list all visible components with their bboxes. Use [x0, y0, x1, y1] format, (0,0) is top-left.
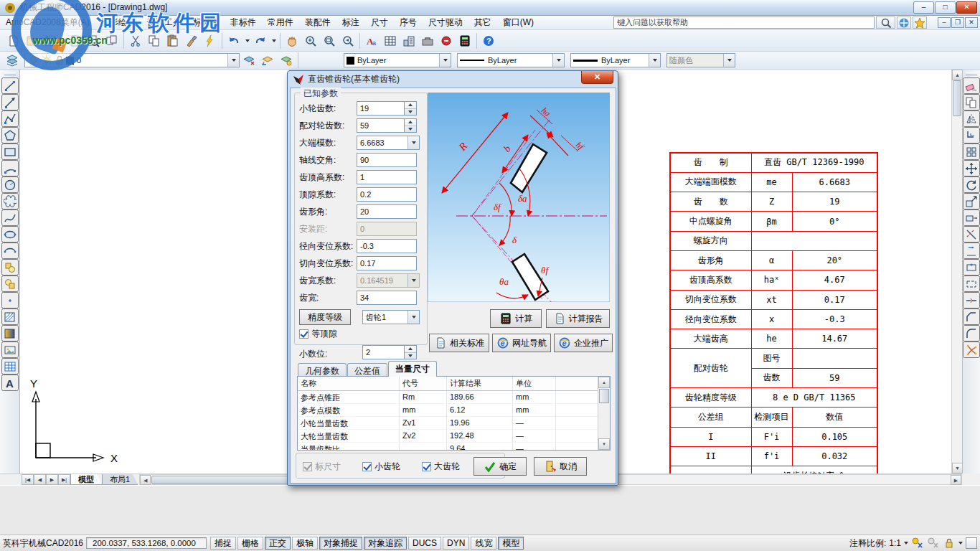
field-input[interactable]: 19 [357, 101, 405, 116]
scroll-left-arrow[interactable]: ◀ [140, 475, 151, 485]
result-scroll-thumb[interactable] [599, 389, 609, 403]
move-button[interactable] [963, 160, 980, 176]
toggle-DYN[interactable]: DYN [443, 537, 469, 550]
linetype-combo-arrow[interactable] [552, 54, 564, 67]
field-spinner[interactable] [405, 101, 417, 116]
scale-button[interactable] [963, 193, 980, 209]
cut-button[interactable] [126, 32, 145, 50]
menu-item-12[interactable]: 窗口(W) [497, 15, 540, 30]
tab-model[interactable]: 模型 [70, 474, 102, 485]
rotate-button[interactable] [963, 176, 980, 193]
annotation-scale-value[interactable]: 1:1 [889, 538, 901, 548]
gear-select-combo[interactable]: 齿轮1 [362, 310, 420, 324]
toggle-极轴[interactable]: 极轴 [292, 537, 318, 550]
create-block-button[interactable] [1, 276, 19, 292]
precision-grade-button[interactable]: 精度等级 [299, 309, 351, 325]
undo-button[interactable] [225, 32, 243, 50]
decimals-input[interactable]: 2 [362, 345, 405, 359]
field-input[interactable]: 90 [357, 153, 417, 167]
result-scroll-up[interactable]: ▲ [598, 377, 610, 388]
col-header-result[interactable]: 计算结果 [447, 377, 513, 390]
trim-button[interactable] [963, 226, 980, 242]
table-button[interactable] [1, 358, 19, 375]
result-scroll-down[interactable]: ▼ [598, 438, 610, 450]
lineweight-combo-arrow[interactable] [649, 54, 660, 67]
revision-cloud-button[interactable] [1, 193, 19, 209]
annotation-visibility-icon[interactable] [911, 537, 924, 550]
gradient-button[interactable] [1, 325, 19, 342]
result-row-2[interactable]: 小轮当量齿数Zv119.96— [298, 417, 610, 430]
maximize-button[interactable]: □ [935, 1, 956, 14]
menu-item-10[interactable]: 尺寸驱动 [423, 15, 468, 30]
line-button[interactable] [1, 77, 19, 94]
field-input[interactable]: -0.3 [357, 239, 417, 253]
scroll-right-arrow[interactable]: ▶ [951, 475, 961, 485]
toggle-捕捉[interactable]: 捕捉 [210, 537, 236, 550]
menu-item-9[interactable]: 序号 [394, 15, 423, 30]
redo-button[interactable] [251, 32, 270, 50]
toolbar-grip[interactable] [4, 72, 16, 75]
checkbox-大齿轮[interactable]: 大齿轮 [422, 461, 460, 473]
menu-item-5[interactable]: 常用件 [262, 15, 299, 30]
clean-screen-button[interactable] [966, 537, 977, 549]
result-row-4[interactable]: 当量齿数比9.64— [298, 443, 610, 451]
calc-report-button[interactable]: 计算报告 [546, 309, 610, 328]
color-combo-arrow[interactable] [439, 54, 451, 67]
ok-button[interactable]: 确定 [473, 457, 527, 476]
lineweight-combo[interactable]: ByLayer [570, 53, 661, 67]
toggle-DUCS[interactable]: DUCS [408, 537, 441, 550]
dropdown-arrow[interactable] [270, 32, 278, 50]
plot-preview-button[interactable] [84, 32, 103, 50]
result-table-scrollbar[interactable]: ▲ ▼ [598, 377, 610, 450]
result-row-1[interactable]: 参考点模数mm6.12mm [298, 404, 610, 417]
plot-button[interactable] [65, 32, 84, 50]
checkbox-小齿轮[interactable]: 小齿轮 [362, 461, 400, 473]
offset-button[interactable] [963, 127, 980, 143]
menu-item-0[interactable]: AutoCAD2008菜单(A) [0, 15, 95, 30]
cancel-button[interactable]: 取消 [534, 457, 587, 476]
prev-tab-button[interactable]: ◀ [34, 474, 46, 485]
layer-combo-arrow[interactable] [227, 54, 239, 67]
tab-几何参数[interactable]: 几何参数 [298, 363, 347, 377]
erase-button[interactable] [963, 77, 980, 94]
field-input[interactable]: 1 [357, 170, 417, 184]
mdi-close-button[interactable]: ✕ [965, 17, 978, 28]
web-nav-button[interactable]: e网址导航 [492, 334, 551, 352]
toolbar-lock-icon[interactable] [943, 537, 956, 550]
make-layer-current-button[interactable] [240, 51, 258, 70]
spline-button[interactable] [1, 209, 19, 226]
enterprise-promo-button[interactable]: e企业推广 [554, 334, 613, 352]
combo-arrow[interactable] [407, 136, 419, 149]
point-button[interactable] [1, 292, 19, 309]
scroll-down-arrow[interactable]: ▼ [952, 463, 963, 474]
vertical-scroll-thumb[interactable] [953, 80, 961, 116]
tab-当量尺寸[interactable]: 当量尺寸 [388, 361, 437, 377]
layer-states-button[interactable] [277, 51, 296, 70]
tab-layout1[interactable]: 布局1 [102, 474, 138, 485]
ellipse-arc-button[interactable] [1, 242, 19, 259]
new-file-button[interactable] [4, 32, 23, 50]
pan-button[interactable] [283, 32, 301, 50]
array-button[interactable] [963, 143, 980, 160]
polygon-button[interactable] [1, 127, 19, 143]
fillet-button[interactable] [963, 325, 980, 342]
publish-button[interactable] [103, 32, 121, 50]
chamfer-button[interactable] [963, 309, 980, 325]
insert-block-button[interactable] [1, 259, 19, 276]
field-input[interactable]: 6.6683 [357, 136, 420, 150]
circle-button[interactable] [1, 176, 19, 193]
layer-manager-button[interactable] [3, 51, 22, 70]
ray-button[interactable] [1, 94, 19, 110]
field-input[interactable]: 59 [357, 118, 405, 133]
lightning-button[interactable] [201, 32, 220, 50]
result-row-3[interactable]: 大轮当量齿数Zv2192.48— [298, 430, 610, 443]
next-tab-button[interactable]: ▶ [46, 474, 58, 485]
toggle-对象捕捉[interactable]: 对象捕捉 [319, 537, 362, 550]
col-header-symbol[interactable]: 代号 [400, 377, 447, 390]
checkbox-icon[interactable] [422, 462, 431, 471]
explode-button[interactable] [963, 342, 980, 358]
field-input[interactable]: 0.2 [357, 187, 417, 202]
equal-clearance-checkbox[interactable]: 等顶隙 [299, 328, 337, 340]
arc-button[interactable] [1, 160, 19, 176]
toggle-正交[interactable]: 正交 [265, 537, 291, 550]
